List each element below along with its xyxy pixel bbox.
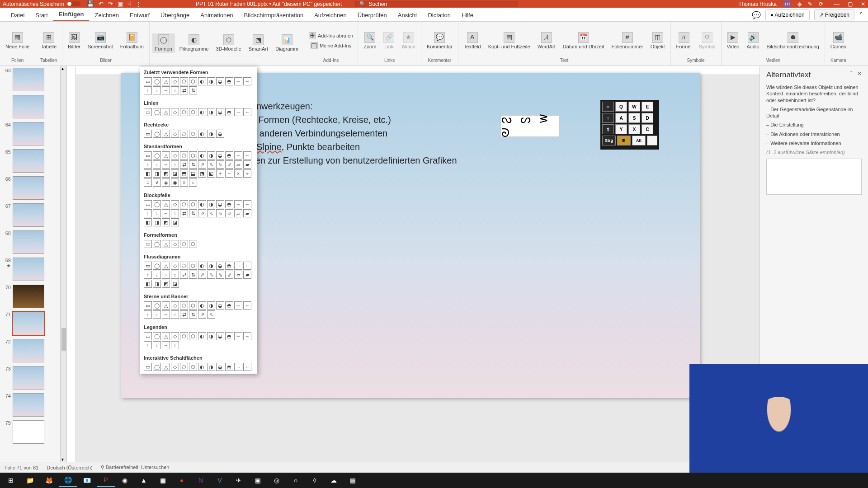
shape-option[interactable]: △ bbox=[162, 130, 170, 138]
shape-option[interactable]: ◓ bbox=[225, 363, 233, 371]
alt-close-icon[interactable]: ✕ bbox=[857, 70, 862, 77]
shape-option[interactable]: ≠ bbox=[153, 178, 161, 187]
shape-option[interactable]: ◯ bbox=[153, 77, 161, 85]
shape-option[interactable]: ▰ bbox=[243, 271, 251, 279]
shape-option[interactable]: ◐ bbox=[198, 200, 206, 208]
shape-option[interactable]: ◇ bbox=[171, 77, 179, 85]
slide-thumbnail[interactable] bbox=[13, 203, 44, 227]
app-icon-1[interactable]: ◉ bbox=[116, 474, 134, 487]
shape-option[interactable]: ⇄ bbox=[180, 310, 188, 319]
shape-option[interactable]: ⇅ bbox=[189, 271, 197, 279]
shape-option[interactable]: ◑ bbox=[207, 301, 215, 310]
outlook-icon[interactable]: 📧 bbox=[78, 474, 96, 487]
shape-option[interactable]: ↕ bbox=[171, 160, 179, 169]
shape-option[interactable]: ◓ bbox=[225, 108, 233, 116]
shape-option[interactable]: ▭ bbox=[144, 262, 152, 270]
shape-option[interactable]: ◐ bbox=[198, 130, 206, 138]
shape-option[interactable]: ◓ bbox=[225, 332, 233, 340]
shape-option[interactable]: ↓ bbox=[153, 160, 161, 169]
shape-option[interactable]: ◓ bbox=[225, 200, 233, 208]
shape-option[interactable]: ▭ bbox=[144, 151, 152, 160]
shape-option[interactable]: ◒ bbox=[216, 200, 224, 208]
app-icon-7[interactable]: ◊ bbox=[306, 474, 324, 487]
shape-option[interactable]: ◯ bbox=[153, 301, 161, 310]
shape-option[interactable]: ⬡ bbox=[189, 262, 197, 270]
shape-option[interactable]: ⬠ bbox=[180, 363, 188, 371]
shape-option[interactable]: → bbox=[234, 332, 242, 340]
touch-icon[interactable]: ☟ bbox=[127, 0, 131, 7]
user-avatar[interactable]: TH bbox=[783, 0, 791, 8]
shape-option[interactable]: ◇ bbox=[171, 262, 179, 270]
shape-option[interactable]: ⬠ bbox=[180, 262, 188, 270]
shape-option[interactable]: ◨ bbox=[153, 218, 161, 226]
shape-sample-box[interactable]: ᔓ ᔕ ᕒ ᘐ bbox=[501, 115, 560, 137]
slide-thumbnail[interactable] bbox=[13, 176, 44, 200]
tab-hilfe[interactable]: Hilfe bbox=[456, 9, 479, 21]
shape-option[interactable]: ◑ bbox=[207, 262, 215, 270]
shape-option[interactable]: ◐ bbox=[198, 77, 206, 85]
video-button[interactable]: ▶Video bbox=[724, 31, 742, 50]
shape-option[interactable]: ▭ bbox=[144, 240, 152, 248]
shape-option[interactable]: ▱ bbox=[234, 160, 242, 169]
redo-icon[interactable]: ↷ bbox=[108, 0, 113, 7]
shape-option[interactable]: ↕ bbox=[171, 310, 179, 319]
shape-option[interactable]: △ bbox=[162, 301, 170, 310]
datetime-button[interactable]: 📅Datum und Uhrzeit bbox=[560, 31, 607, 50]
shape-option[interactable]: → bbox=[234, 262, 242, 270]
shape-option[interactable]: ← bbox=[243, 301, 251, 310]
shape-option[interactable]: ⬡ bbox=[189, 240, 197, 248]
shape-option[interactable]: ◧ bbox=[144, 280, 152, 288]
shape-option[interactable]: ← bbox=[243, 363, 251, 371]
shape-option[interactable]: ↔ bbox=[162, 271, 170, 279]
shape-option[interactable]: ▭ bbox=[144, 363, 152, 371]
symbol-button[interactable]: ΩSymbol bbox=[696, 31, 718, 50]
slide-thumbnail[interactable] bbox=[13, 285, 44, 308]
shape-option[interactable]: ◑ bbox=[207, 363, 215, 371]
shape-option[interactable]: ◯ bbox=[153, 332, 161, 340]
alt-options-icon[interactable]: ˅ bbox=[850, 70, 853, 77]
eyedrop-icon[interactable]: ✎ bbox=[808, 1, 812, 7]
shape-option[interactable]: ◇ bbox=[171, 332, 179, 340]
comment-button[interactable]: 💬Kommentar bbox=[424, 31, 455, 50]
shape-option[interactable]: ◇ bbox=[171, 130, 179, 138]
pictures-button[interactable]: 🖼Bilder bbox=[65, 31, 83, 50]
icons-button[interactable]: ◐Piktogramme bbox=[177, 33, 212, 52]
tab-bildschirm[interactable]: Bildschirmpräsentation bbox=[239, 9, 309, 21]
shape-option[interactable]: ⇅ bbox=[189, 86, 197, 94]
shape-option[interactable]: ⬡ bbox=[189, 363, 197, 371]
shape-option[interactable]: ⬠ bbox=[180, 200, 188, 208]
app-icon-9[interactable]: ▤ bbox=[344, 474, 362, 487]
qat-more-icon[interactable]: ⋮ bbox=[136, 0, 142, 7]
shape-option[interactable]: ⬁ bbox=[207, 160, 215, 169]
slide-thumbnail[interactable] bbox=[13, 393, 44, 417]
vlc-icon[interactable]: ▲ bbox=[135, 474, 153, 487]
minimize-icon[interactable]: — bbox=[834, 1, 840, 7]
shape-option[interactable]: ◪ bbox=[171, 218, 179, 226]
shape-option[interactable]: ◯ bbox=[153, 363, 161, 371]
shape-option[interactable]: ⬠ bbox=[180, 332, 188, 340]
shape-option[interactable]: ⬁ bbox=[207, 209, 215, 217]
shape-option[interactable]: ⬡ bbox=[189, 332, 197, 340]
shape-option[interactable]: ◐ bbox=[198, 363, 206, 371]
shape-option[interactable]: ↑ bbox=[144, 209, 152, 217]
wordart-button[interactable]: 𝓐WordArt bbox=[535, 31, 558, 50]
shape-option[interactable]: ⬀ bbox=[198, 310, 206, 319]
shape-option[interactable]: ← bbox=[243, 332, 251, 340]
shape-option[interactable]: ⬂ bbox=[216, 160, 224, 169]
shape-option[interactable]: ⬃ bbox=[225, 160, 233, 169]
shape-option[interactable]: ◐ bbox=[198, 108, 206, 116]
shape-option[interactable]: ▭ bbox=[144, 301, 152, 310]
sync-icon[interactable]: ⟳ bbox=[819, 1, 823, 7]
shape-option[interactable]: ⬃ bbox=[225, 271, 233, 279]
shape-option[interactable]: ← bbox=[243, 108, 251, 116]
shape-option[interactable]: ◇ bbox=[171, 200, 179, 208]
shape-option[interactable]: = bbox=[144, 178, 152, 187]
shape-option[interactable]: ⬠ bbox=[180, 108, 188, 116]
vscode-icon[interactable]: V bbox=[211, 474, 229, 487]
file-title[interactable]: PPT 01 Roter Faden 001.pptx • Auf "diese… bbox=[196, 1, 342, 7]
shape-option[interactable]: ↔ bbox=[162, 209, 170, 217]
shape-option[interactable]: ↓ bbox=[153, 86, 161, 94]
shape-option[interactable]: ⬁ bbox=[207, 271, 215, 279]
close-icon[interactable]: ✕ bbox=[861, 1, 865, 7]
shape-option[interactable]: → bbox=[234, 77, 242, 85]
